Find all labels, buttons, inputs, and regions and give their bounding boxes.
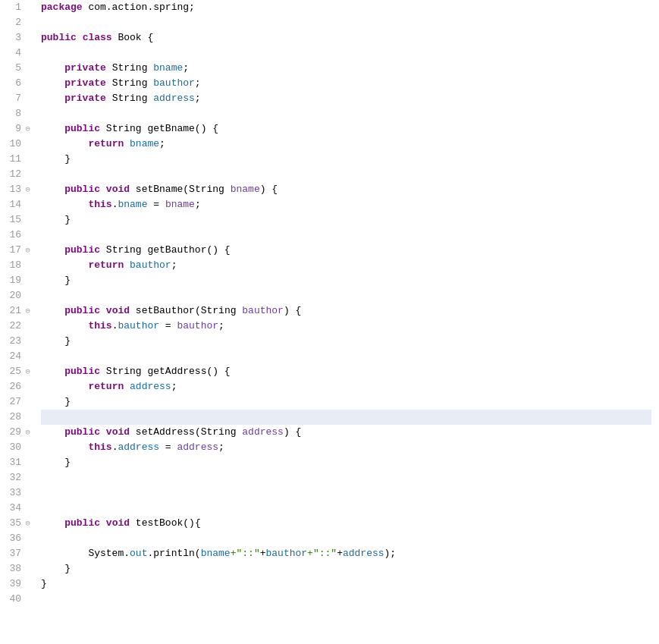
code-line xyxy=(41,410,651,425)
line-number: 18 xyxy=(6,258,21,273)
code-line: return bname; xyxy=(41,137,651,152)
code-line xyxy=(41,470,651,485)
line-number: 5 xyxy=(6,61,21,76)
code-line: public void setBname(String bname) { xyxy=(41,182,651,197)
line-number: 30 xyxy=(6,440,21,455)
line-number: 10 xyxy=(6,137,21,152)
code-line: } xyxy=(41,455,651,470)
line-number: 3 xyxy=(6,30,21,46)
line-number: 2 xyxy=(6,15,21,30)
line-number: 26 xyxy=(6,379,21,394)
code-line: private String bauthor; xyxy=(41,76,651,91)
code-line: return address; xyxy=(41,379,651,394)
line-number: 22 xyxy=(6,319,21,334)
line-number: 34 xyxy=(6,501,21,516)
code-line: public class Book { xyxy=(41,30,651,46)
line-number: 38 xyxy=(6,561,21,576)
line-number: 6 xyxy=(6,76,21,91)
code-line: } xyxy=(41,273,651,288)
line-number: 29 xyxy=(6,425,21,440)
code-line xyxy=(41,592,651,607)
line-number: 33 xyxy=(6,485,21,501)
line-number: 1 xyxy=(6,0,21,15)
code-line xyxy=(41,228,651,243)
code-line xyxy=(41,167,651,182)
line-number: 21 xyxy=(6,303,21,319)
line-number: 4 xyxy=(6,46,21,61)
code-line: public String getBname() { xyxy=(41,121,651,137)
line-number: 8 xyxy=(6,106,21,121)
code-line xyxy=(41,288,651,303)
code-line: } xyxy=(41,394,651,410)
code-line: } xyxy=(41,561,651,576)
line-number: 9 xyxy=(6,121,21,137)
code-line: } xyxy=(41,212,651,228)
code-line xyxy=(41,349,651,364)
line-number: 24 xyxy=(6,349,21,364)
code-line: System.out.println(bname+"::"+bauthor+":… xyxy=(41,546,651,561)
line-number: 15 xyxy=(6,212,21,228)
code-line: return bauthor; xyxy=(41,258,651,273)
code-line: } xyxy=(41,576,651,592)
line-number: 7 xyxy=(6,91,21,106)
code-line xyxy=(41,46,651,61)
line-number: 28 xyxy=(6,410,21,425)
code-line: public String getBauthor() { xyxy=(41,243,651,258)
code-line: private String address; xyxy=(41,91,651,106)
line-number: 37 xyxy=(6,546,21,561)
code-editor: 1234567891011121314151617181920212223242… xyxy=(0,0,659,644)
code-line xyxy=(41,531,651,546)
line-number: 19 xyxy=(6,273,21,288)
line-number: 11 xyxy=(6,152,21,167)
code-line: public void setAddress(String address) { xyxy=(41,425,651,440)
line-number-gutter: 1234567891011121314151617181920212223242… xyxy=(0,0,27,644)
code-line: private String bname; xyxy=(41,61,651,76)
code-line xyxy=(41,485,651,501)
line-number: 14 xyxy=(6,197,21,212)
code-line: this.address = address; xyxy=(41,440,651,455)
line-number: 36 xyxy=(6,531,21,546)
line-number: 23 xyxy=(6,334,21,349)
code-line: } xyxy=(41,152,651,167)
line-number: 35 xyxy=(6,516,21,531)
line-number: 40 xyxy=(6,592,21,607)
code-line: } xyxy=(41,334,651,349)
line-number: 27 xyxy=(6,394,21,410)
code-line: public String getAddress() { xyxy=(41,364,651,379)
code-line xyxy=(41,106,651,121)
code-content[interactable]: package com.action.spring; public class … xyxy=(27,0,659,644)
code-line xyxy=(41,501,651,516)
line-number: 17 xyxy=(6,243,21,258)
line-number: 13 xyxy=(6,182,21,197)
line-number: 16 xyxy=(6,228,21,243)
line-number: 25 xyxy=(6,364,21,379)
line-number: 12 xyxy=(6,167,21,182)
code-line xyxy=(41,15,651,30)
code-line: this.bauthor = bauthor; xyxy=(41,319,651,334)
code-line: this.bname = bname; xyxy=(41,197,651,212)
code-line: public void setBauthor(String bauthor) { xyxy=(41,303,651,319)
line-number: 32 xyxy=(6,470,21,485)
line-number: 31 xyxy=(6,455,21,470)
code-line: public void testBook(){ xyxy=(41,516,651,531)
code-line: package com.action.spring; xyxy=(41,0,651,15)
line-number: 39 xyxy=(6,576,21,592)
line-number: 20 xyxy=(6,288,21,303)
